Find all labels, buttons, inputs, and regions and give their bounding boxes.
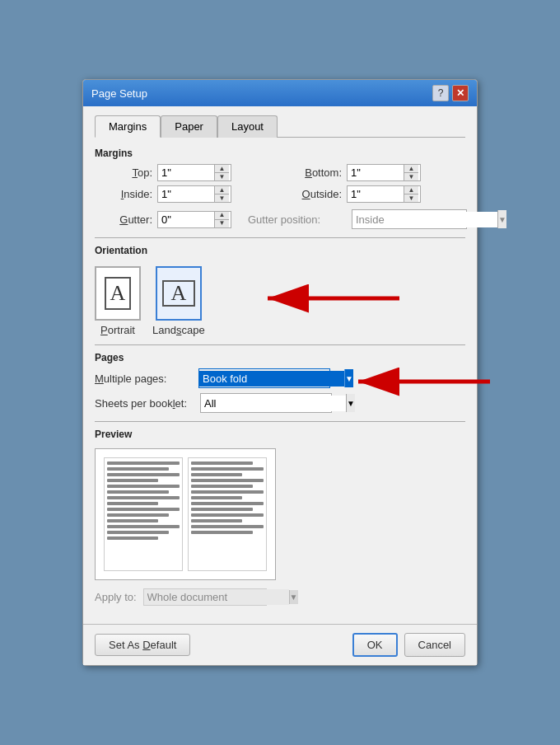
preview-box bbox=[95, 448, 276, 580]
tabs-container: Margins Paper Layout bbox=[95, 115, 465, 138]
line11 bbox=[107, 519, 158, 522]
apply-row: Apply to: ▼ bbox=[95, 588, 465, 606]
top-input[interactable] bbox=[158, 165, 214, 180]
gutter-spinner-buttons: ▲ ▼ bbox=[214, 212, 229, 227]
gutter-pos-dropdown[interactable]: ▼ bbox=[352, 209, 467, 229]
landscape-letter: A bbox=[162, 280, 195, 307]
top-field-row: Top: ▲ ▼ bbox=[95, 164, 276, 181]
r-line2 bbox=[191, 467, 264, 471]
inside-increment[interactable]: ▲ bbox=[215, 186, 229, 194]
line2 bbox=[107, 467, 169, 471]
line8 bbox=[107, 502, 158, 505]
r-line3 bbox=[191, 473, 242, 476]
r-line8 bbox=[191, 502, 264, 505]
outside-spinner[interactable]: ▲ ▼ bbox=[347, 185, 421, 203]
r-line1 bbox=[191, 462, 253, 465]
portrait-option[interactable]: A Portrait bbox=[95, 266, 141, 336]
bottom-increment[interactable]: ▲ bbox=[404, 165, 418, 173]
gutter-spinner[interactable]: ▲ ▼ bbox=[157, 211, 231, 228]
apply-input[interactable] bbox=[144, 589, 289, 605]
line3 bbox=[107, 473, 180, 476]
gutter-input[interactable] bbox=[158, 212, 214, 227]
multiple-pages-input[interactable] bbox=[199, 371, 344, 387]
title-bar: Page Setup ? ✕ bbox=[83, 80, 477, 106]
inside-spinner-buttons: ▲ ▼ bbox=[214, 186, 229, 202]
tab-paper[interactable]: Paper bbox=[161, 115, 217, 138]
preview-label: Preview bbox=[95, 429, 465, 440]
inside-decrement[interactable]: ▼ bbox=[215, 194, 229, 202]
margins-grid: Top: ▲ ▼ Bottom: ▲ ▼ bbox=[95, 164, 465, 203]
gutter-label: Gutter: bbox=[95, 213, 152, 226]
sheets-row: Sheets per booklet: ▼ bbox=[95, 393, 465, 413]
line4 bbox=[107, 479, 158, 482]
gutter-row: Gutter: ▲ ▼ Gutter position: ▼ bbox=[95, 209, 465, 229]
r-line9 bbox=[191, 508, 253, 511]
close-button[interactable]: ✕ bbox=[452, 85, 469, 101]
footer-right-buttons: OK Cancel bbox=[352, 633, 465, 657]
line12 bbox=[107, 525, 180, 528]
outside-decrement[interactable]: ▼ bbox=[404, 194, 418, 202]
bottom-decrement[interactable]: ▼ bbox=[404, 173, 418, 180]
preview-section: Preview bbox=[95, 429, 465, 580]
gutter-pos-input[interactable] bbox=[352, 212, 497, 227]
inside-spinner[interactable]: ▲ ▼ bbox=[157, 185, 231, 203]
inside-field-row: Inside: ▲ ▼ bbox=[95, 185, 276, 203]
landscape-icon[interactable]: A bbox=[156, 266, 202, 321]
multiple-pages-row: Multiple pages: ▼ bbox=[95, 368, 465, 388]
gutter-decrement[interactable]: ▼ bbox=[215, 220, 229, 227]
r-line11 bbox=[191, 519, 242, 522]
top-decrement[interactable]: ▼ bbox=[215, 173, 229, 180]
outside-input[interactable] bbox=[348, 186, 404, 202]
portrait-icon[interactable]: A bbox=[95, 266, 141, 321]
red-arrow-landscape-svg bbox=[259, 278, 408, 319]
pages-section: Pages Multiple pages: ▼ bbox=[95, 352, 465, 413]
landscape-label: Landscape bbox=[152, 324, 205, 336]
bottom-spinner-buttons: ▲ ▼ bbox=[404, 165, 418, 180]
apply-dropdown-btn[interactable]: ▼ bbox=[289, 590, 298, 604]
title-bar-controls: ? ✕ bbox=[432, 85, 469, 101]
line7 bbox=[107, 496, 180, 499]
top-spinner[interactable]: ▲ ▼ bbox=[157, 164, 231, 181]
multiple-pages-dropdown-btn[interactable]: ▼ bbox=[344, 369, 353, 387]
outside-field-row: Outside: ▲ ▼ bbox=[284, 185, 465, 203]
apply-dropdown[interactable]: ▼ bbox=[143, 588, 267, 606]
landscape-option[interactable]: A Landscape bbox=[152, 266, 205, 336]
portrait-label: Portrait bbox=[100, 324, 135, 336]
r-line7 bbox=[191, 496, 242, 499]
help-button[interactable]: ? bbox=[432, 85, 449, 101]
bottom-spinner[interactable]: ▲ ▼ bbox=[347, 164, 421, 181]
line10 bbox=[107, 513, 169, 517]
sheets-input[interactable] bbox=[201, 396, 346, 411]
dialog-body: Margins Paper Layout Margins Top: ▲ ▼ Bo… bbox=[83, 106, 477, 624]
outside-increment[interactable]: ▲ bbox=[404, 186, 418, 194]
r-line10 bbox=[191, 513, 264, 517]
multiple-pages-label: Multiple pages: bbox=[95, 372, 194, 385]
tab-layout[interactable]: Layout bbox=[217, 115, 278, 138]
pages-section-label: Pages bbox=[95, 352, 465, 363]
sheets-dropdown-btn[interactable]: ▼ bbox=[346, 394, 355, 412]
r-line12 bbox=[191, 525, 264, 528]
gutter-increment[interactable]: ▲ bbox=[215, 212, 229, 220]
page-setup-dialog: Page Setup ? ✕ Margins Paper Layout Marg… bbox=[82, 79, 478, 666]
tab-margins[interactable]: Margins bbox=[95, 115, 161, 138]
gutter-pos-dropdown-btn[interactable]: ▼ bbox=[497, 210, 506, 228]
inside-input[interactable] bbox=[158, 186, 214, 202]
line6 bbox=[107, 490, 169, 494]
ok-button[interactable]: OK bbox=[352, 633, 398, 657]
r-line13 bbox=[191, 531, 253, 534]
margins-section-label: Margins bbox=[95, 148, 465, 159]
line1 bbox=[107, 462, 180, 465]
line9 bbox=[107, 508, 180, 511]
dialog-title: Page Setup bbox=[91, 87, 147, 100]
top-spinner-buttons: ▲ ▼ bbox=[214, 165, 229, 180]
set-as-default-button[interactable]: Set As Default bbox=[95, 634, 190, 656]
apply-label: Apply to: bbox=[95, 591, 137, 603]
gutter-pos-label: Gutter position: bbox=[248, 213, 347, 226]
arrow-landscape bbox=[259, 278, 408, 321]
multiple-pages-dropdown[interactable]: ▼ bbox=[198, 368, 330, 388]
sheets-dropdown[interactable]: ▼ bbox=[200, 393, 332, 413]
bottom-input[interactable] bbox=[348, 165, 404, 180]
top-increment[interactable]: ▲ bbox=[215, 165, 229, 173]
cancel-button[interactable]: Cancel bbox=[404, 633, 465, 657]
gutter-pos-row: Gutter position: ▼ bbox=[248, 209, 467, 229]
